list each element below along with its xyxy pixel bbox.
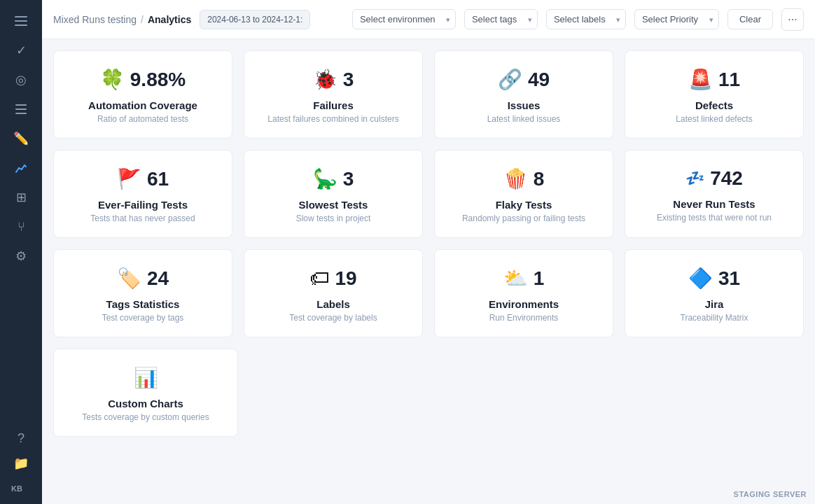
environments-card[interactable]: ⛅ 1 Environments Run Environments — [434, 249, 613, 337]
list-icon[interactable] — [8, 97, 34, 122]
labels-filter[interactable]: Select labels — [546, 9, 626, 29]
ever-failing-icon: 🚩 — [117, 167, 141, 190]
slowest-tests-title: Slowest Tests — [299, 199, 368, 211]
menu-icon[interactable] — [8, 8, 34, 34]
sidebar: ✓ ◎ ✏️ ⊞ ⑂ ⚙ ? 📁 KB — [0, 0, 42, 504]
slowest-tests-icon: 🦕 — [313, 167, 337, 190]
dashboard-icon[interactable]: ⊞ — [8, 185, 34, 210]
labels-title: Labels — [316, 298, 350, 310]
never-run-tests-card[interactable]: 💤 742 Never Run Tests Existing tests tha… — [625, 150, 804, 238]
defects-card[interactable]: 🚨 11 Defects Latest linked defects — [625, 50, 804, 139]
never-run-number: 742 — [710, 167, 743, 190]
svg-rect-5 — [15, 113, 27, 114]
never-run-icon: 💤 — [685, 169, 704, 188]
environment-filter-wrapper: Select environmen — [352, 9, 456, 29]
priority-filter[interactable]: Select Priority — [634, 9, 719, 29]
flaky-tests-icon: 🍿 — [503, 167, 528, 190]
cards-row-1: 🍀 9.88% Automation Coverage Ratio of aut… — [53, 50, 804, 139]
failures-desc: Latest failures combined in culsters — [267, 114, 398, 124]
issues-title: Issues — [508, 99, 541, 111]
slowest-tests-desc: Slow tests in project — [296, 214, 371, 223]
failures-card[interactable]: 🐞 3 Failures Latest failures combined in… — [244, 50, 423, 139]
environments-title: Environments — [489, 298, 559, 310]
never-run-desc: Existing tests that were not run — [657, 213, 772, 223]
labels-card[interactable]: 🏷 19 Labels Test coverage by labels — [244, 249, 423, 337]
slowest-tests-number: 3 — [343, 168, 354, 190]
labels-filter-wrapper: Select labels — [546, 9, 626, 29]
labels-icon: 🏷 — [309, 267, 329, 290]
settings-icon[interactable]: ⚙ — [8, 244, 34, 269]
labels-stat: 🏷 19 — [309, 267, 356, 290]
jira-desc: Traceability Matrix — [681, 313, 748, 323]
breadcrumb-parent[interactable]: Mixed Runs testing — [53, 14, 137, 25]
breadcrumb-current: Analytics — [148, 14, 191, 25]
priority-filter-wrapper: Select Priority — [634, 9, 719, 29]
tags-filter-wrapper: Select tags — [464, 9, 538, 29]
defects-title: Defects — [695, 99, 733, 111]
tags-statistics-desc: Test coverage by tags — [102, 313, 184, 323]
never-run-stat: 💤 742 — [685, 167, 743, 190]
kb-label: KB — [8, 482, 34, 496]
staging-badge: STAGING SERVER — [734, 490, 807, 498]
help-icon[interactable]: ? — [8, 426, 34, 451]
clear-button[interactable]: Clear — [727, 9, 773, 29]
labels-desc: Test coverage by labels — [289, 313, 377, 323]
automation-coverage-desc: Ratio of automated tests — [97, 114, 188, 124]
environments-icon: ⛅ — [503, 267, 528, 290]
header: Mixed Runs testing / Analytics 2024-06-1… — [42, 0, 815, 39]
environments-desc: Run Environments — [489, 313, 559, 323]
custom-charts-icon: 📊 — [134, 366, 158, 389]
analytics-icon[interactable] — [8, 155, 34, 181]
tags-statistics-card[interactable]: 🏷️ 24 Tags Statistics Test coverage by t… — [53, 249, 232, 337]
jira-card[interactable]: 🔷 31 Jira Traceability Matrix — [625, 249, 804, 337]
ever-failing-card[interactable]: 🚩 61 Ever-Failing Tests Tests that has n… — [53, 150, 232, 238]
automation-coverage-number: 9.88% — [130, 69, 186, 91]
automation-coverage-card[interactable]: 🍀 9.88% Automation Coverage Ratio of aut… — [53, 50, 232, 139]
issues-card[interactable]: 🔗 49 Issues Latest linked issues — [434, 50, 613, 139]
files-icon[interactable]: 📁 — [8, 451, 34, 476]
issues-stat: 🔗 49 — [498, 68, 550, 91]
branch-icon[interactable]: ⑂ — [8, 214, 34, 239]
labels-number: 19 — [335, 267, 356, 290]
custom-charts-title: Custom Charts — [108, 398, 183, 410]
cards-row-3: 🏷️ 24 Tags Statistics Test coverage by t… — [53, 249, 804, 337]
slowest-tests-card[interactable]: 🦕 3 Slowest Tests Slow tests in project — [244, 150, 423, 238]
svg-rect-3 — [15, 104, 27, 106]
cards-row-4: 📊 Custom Charts Tests coverage by custom… — [53, 349, 804, 437]
automation-coverage-title: Automation Coverage — [88, 99, 197, 111]
custom-charts-card[interactable]: 📊 Custom Charts Tests coverage by custom… — [53, 349, 238, 437]
automation-coverage-stat: 🍀 9.88% — [100, 68, 186, 91]
environment-filter[interactable]: Select environmen — [352, 9, 456, 29]
flaky-tests-title: Flaky Tests — [496, 199, 552, 211]
issues-number: 49 — [528, 69, 550, 91]
ever-failing-stat: 🚩 61 — [117, 167, 169, 190]
svg-rect-0 — [15, 16, 27, 18]
jira-number: 31 — [718, 267, 740, 290]
flaky-tests-stat: 🍿 8 — [503, 167, 545, 190]
defects-desc: Latest linked defects — [676, 114, 752, 124]
environments-stat: ⛅ 1 — [503, 267, 545, 290]
flaky-tests-card[interactable]: 🍿 8 Flaky Tests Randomly passing or fail… — [434, 150, 613, 238]
date-range[interactable]: 2024-06-13 to 2024-12-1: — [200, 10, 310, 29]
custom-charts-stat: 📊 — [134, 366, 158, 389]
tags-statistics-stat: 🏷️ 24 — [117, 267, 169, 290]
circle-dot-icon[interactable]: ◎ — [8, 67, 34, 92]
defects-icon: 🚨 — [688, 68, 713, 91]
ever-failing-title: Ever-Failing Tests — [98, 199, 188, 211]
pencil-icon[interactable]: ✏️ — [8, 126, 34, 151]
jira-stat: 🔷 31 — [688, 267, 740, 290]
issues-desc: Latest linked issues — [487, 114, 561, 124]
flaky-tests-number: 8 — [534, 168, 545, 190]
tags-statistics-number: 24 — [147, 267, 169, 290]
check-icon[interactable]: ✓ — [8, 38, 34, 63]
failures-icon: 🐞 — [313, 68, 337, 91]
svg-rect-1 — [15, 20, 27, 22]
tags-filter[interactable]: Select tags — [464, 9, 538, 29]
automation-coverage-icon: 🍀 — [100, 68, 125, 91]
content-area: 🍀 9.88% Automation Coverage Ratio of aut… — [42, 39, 815, 504]
svg-rect-4 — [15, 108, 27, 110]
ever-failing-number: 61 — [147, 168, 169, 190]
more-button[interactable]: ··· — [781, 8, 804, 31]
failures-stat: 🐞 3 — [313, 68, 354, 91]
ever-failing-desc: Tests that has never passed — [90, 214, 195, 223]
